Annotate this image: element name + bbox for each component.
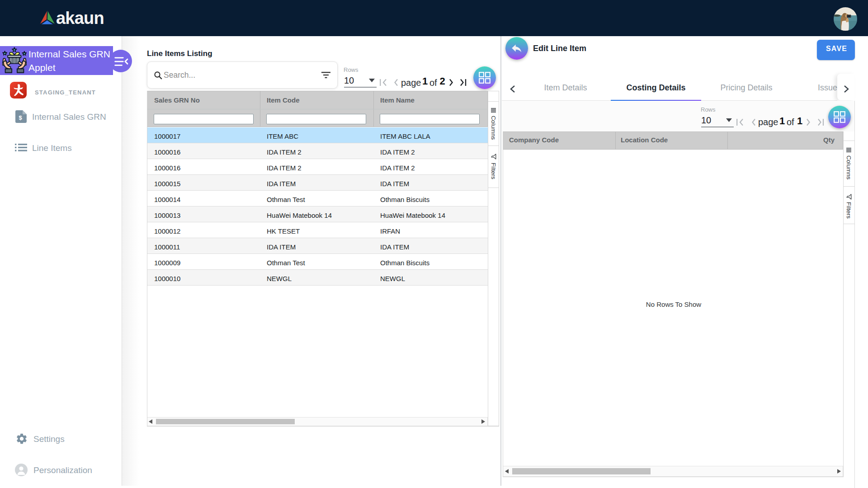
svg-text:$: $ — [19, 114, 22, 121]
